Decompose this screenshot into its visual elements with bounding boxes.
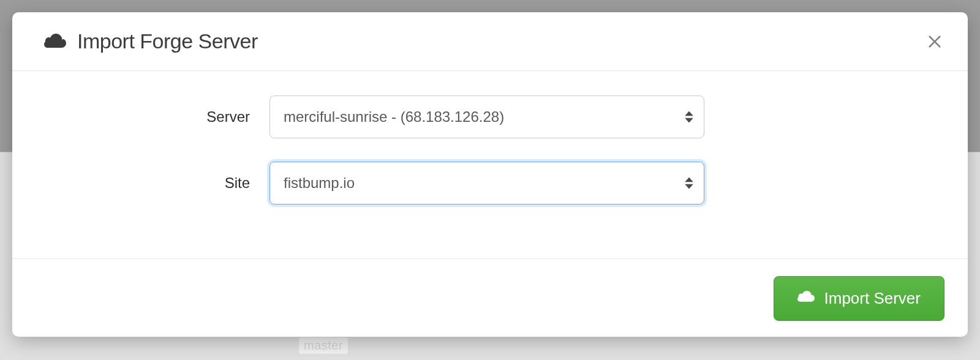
import-server-button-label: Import Server: [824, 289, 921, 308]
bg-tag: master: [299, 337, 348, 354]
server-label: Server: [43, 108, 270, 126]
server-select[interactable]: merciful-sunrise - (68.183.126.28): [270, 96, 704, 138]
modal-header: Import Forge Server: [12, 12, 968, 71]
import-forge-server-modal: Import Forge Server Server merciful-sunr…: [12, 12, 968, 337]
site-label: Site: [43, 174, 270, 192]
site-select-value: fistbump.io: [270, 162, 704, 204]
site-select[interactable]: fistbump.io: [270, 162, 704, 204]
server-select-value: merciful-sunrise - (68.183.126.28): [270, 96, 704, 138]
modal-footer: Import Server: [12, 258, 968, 337]
cloud-icon: [44, 34, 66, 50]
close-button[interactable]: [926, 33, 943, 50]
modal-title: Import Forge Server: [77, 29, 258, 53]
import-server-button[interactable]: Import Server: [774, 276, 945, 321]
modal-body: Server merciful-sunrise - (68.183.126.28…: [12, 71, 968, 258]
cloud-icon: [797, 289, 815, 308]
